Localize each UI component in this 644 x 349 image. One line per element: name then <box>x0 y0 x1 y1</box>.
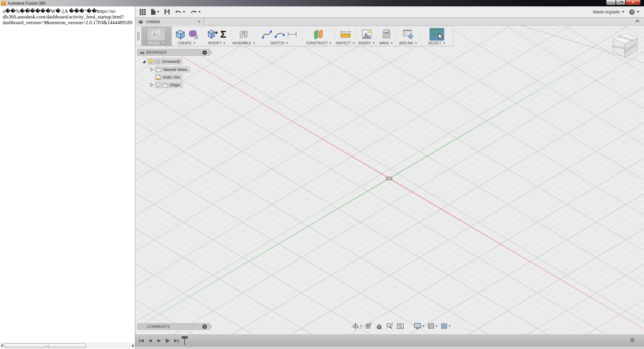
ribbon-group-label: MODIFY <box>208 41 222 45</box>
tree-row-unsaved[interactable]: (Unsaved) <box>142 58 183 65</box>
redo-icon <box>190 9 197 14</box>
scroll-left-arrow-icon[interactable] <box>1 344 3 347</box>
chevron-down-icon <box>415 43 417 44</box>
make-3d-print-icon <box>381 29 392 39</box>
scroll-right-arrow-icon[interactable] <box>132 344 134 347</box>
restore-button[interactable] <box>616 0 626 5</box>
undo-button[interactable] <box>175 9 185 14</box>
file-icon <box>151 9 156 15</box>
timeline-step-back-button[interactable] <box>147 338 153 344</box>
chevron-down-icon <box>223 43 225 44</box>
ribbon-group-assemble[interactable]: ASSEMBLE <box>232 27 256 46</box>
visibility-bulb-icon[interactable] <box>148 59 153 64</box>
view-cube[interactable]: SUPERIOR FRONTAL DERECHA <box>608 29 642 60</box>
sketch-spline-icon <box>262 30 272 39</box>
tree-expander-collapsed-icon[interactable] <box>150 67 153 71</box>
display-settings-icon <box>414 322 422 330</box>
timeline-play-button[interactable] <box>165 338 171 344</box>
y-axis-line <box>135 41 623 328</box>
panel-drag-grip-icon[interactable] <box>210 325 212 329</box>
help-icon: ? <box>629 9 635 15</box>
ribbon-group-model[interactable]: MODEL <box>141 27 172 46</box>
browser-panel-header[interactable]: BROWSER − <box>137 49 210 56</box>
fit-icon <box>397 322 404 330</box>
document-tab-untitled[interactable]: Untitled × <box>135 18 204 26</box>
timeline-settings-gear-icon[interactable]: ⚙ <box>630 337 635 344</box>
horizontal-scrollbar[interactable] <box>0 343 135 348</box>
navigation-bar <box>352 322 451 330</box>
ribbon-group-label: INSPECT <box>336 41 351 45</box>
ribbon-group-label: ADD-INS <box>399 41 413 45</box>
orbit-button[interactable] <box>352 322 362 330</box>
timeline-bar: ⚙ <box>135 335 644 347</box>
undo-icon <box>175 9 182 14</box>
collapse-toolbar-chevron-icon[interactable] <box>635 19 640 23</box>
select-tool-active[interactable] <box>429 28 444 41</box>
chevron-down-icon <box>443 43 445 44</box>
data-panel-grid-icon <box>139 9 146 15</box>
pan-button[interactable] <box>375 322 383 330</box>
save-icon <box>164 9 170 15</box>
zoom-button[interactable] <box>386 322 394 330</box>
tree-expander-expanded-icon[interactable] <box>142 60 146 63</box>
3d-viewport[interactable]: MODEL CREATE <box>135 26 644 335</box>
ribbon-group-inspect[interactable]: INSPECT <box>335 27 356 46</box>
fit-button[interactable] <box>397 322 404 330</box>
tree-item-label: (Unsaved) <box>162 59 180 63</box>
look-at-button[interactable] <box>365 322 372 330</box>
comments-panel-header[interactable]: COMMENTS + <box>137 323 210 330</box>
timeline-go-to-start-button[interactable] <box>139 338 144 344</box>
chevron-down-icon <box>360 326 362 327</box>
ribbon-group-make[interactable]: MAKE <box>377 27 396 46</box>
file-menu-button[interactable] <box>151 9 159 15</box>
ribbon-group-label: ASSEMBLE <box>232 41 251 45</box>
create-form-icon <box>187 29 198 39</box>
save-button[interactable] <box>164 9 170 15</box>
document-cube-icon <box>138 19 143 24</box>
tab-close-icon[interactable]: × <box>198 19 200 24</box>
chevron-down-icon <box>253 43 255 44</box>
viewports-button[interactable] <box>441 322 451 330</box>
collapse-panel-icon[interactable] <box>140 51 144 55</box>
window-titlebar: f Autodesk Fusion 360 — ✕ <box>0 0 644 6</box>
ribbon-group-label: MODEL <box>148 41 160 45</box>
chevron-down-icon <box>329 43 331 44</box>
minimize-button[interactable]: — <box>606 0 616 5</box>
scrollbar-thumb[interactable] <box>5 343 86 348</box>
display-settings-button[interactable] <box>414 322 424 330</box>
redo-button[interactable] <box>190 9 201 14</box>
chevron-down-icon <box>622 11 625 13</box>
units-document-icon <box>156 74 160 80</box>
toolbar-drag-handle[interactable] <box>135 27 141 46</box>
ribbon-group-construct[interactable]: CONSTRUCT <box>303 27 335 46</box>
scrollbar-grip-icon <box>45 345 49 347</box>
tree-item-label: Units: mm <box>163 75 180 79</box>
tree-expander-collapsed-icon[interactable] <box>150 83 153 87</box>
visibility-bulb-off-icon[interactable] <box>156 83 160 88</box>
insert-image-icon <box>362 29 372 39</box>
panel-drag-grip-icon[interactable] <box>210 51 212 54</box>
ribbon-group-create[interactable]: CREATE <box>172 27 202 46</box>
browser-minus-icon[interactable]: − <box>202 50 207 55</box>
chevron-down-icon <box>449 326 451 327</box>
timeline-position-marker[interactable] <box>182 336 188 345</box>
document-tab-title: Untitled <box>146 19 160 24</box>
close-button[interactable]: ✕ <box>626 0 641 5</box>
tree-row-origin[interactable]: Origin <box>150 82 183 88</box>
ribbon-group-insert[interactable]: INSERT <box>356 27 377 46</box>
help-menu[interactable]: ? <box>629 9 639 15</box>
user-menu[interactable]: Martin Argüello <box>593 10 625 14</box>
comments-add-icon[interactable]: + <box>202 325 207 329</box>
ribbon-group-select[interactable]: SELECT <box>421 27 453 46</box>
tree-row-named-views[interactable]: Named Views <box>150 66 190 73</box>
timeline-go-to-end-button[interactable] <box>174 338 179 344</box>
timeline-step-forward-button[interactable] <box>156 338 162 344</box>
ribbon-group-sketch[interactable]: SKETCH <box>256 27 303 46</box>
grid-settings-button[interactable] <box>427 322 438 330</box>
data-panel-button[interactable] <box>139 9 146 15</box>
chevron-down-icon <box>183 11 185 13</box>
ribbon-group-modify[interactable]: Σ MODIFY <box>202 27 232 46</box>
ribbon-group-addins[interactable]: >- ADD-INS <box>396 27 421 46</box>
component-cube-icon <box>155 59 160 64</box>
tree-row-units[interactable]: Units: mm <box>155 74 183 81</box>
